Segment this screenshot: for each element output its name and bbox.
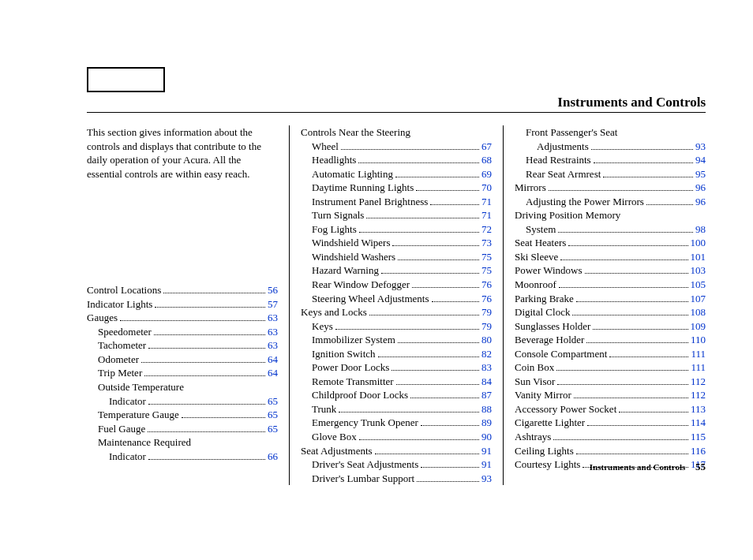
toc-entry[interactable]: Automatic Lighting69 — [301, 167, 492, 181]
toc-entry-page[interactable]: 57 — [268, 297, 278, 312]
toc-entry-page[interactable]: 65 — [268, 394, 278, 409]
toc-entry-page[interactable]: 65 — [268, 422, 278, 436]
toc-entry-page[interactable]: 79 — [481, 319, 492, 334]
toc-entry[interactable]: Steering Wheel Adjustments76 — [301, 292, 492, 306]
toc-entry[interactable]: Moonroof105 — [515, 278, 706, 292]
toc-entry-page[interactable]: 76 — [481, 278, 492, 292]
toc-entry[interactable]: Indicator65 — [87, 394, 278, 409]
toc-entry[interactable]: Remote Transmitter84 — [301, 375, 492, 389]
toc-entry[interactable]: Speedometer63 — [87, 325, 278, 339]
toc-entry-page[interactable]: 79 — [481, 305, 492, 319]
toc-entry-page[interactable]: 103 — [691, 263, 706, 278]
toc-entry[interactable]: Keys79 — [301, 319, 492, 334]
toc-entry-page[interactable]: 90 — [481, 430, 492, 444]
toc-entry[interactable]: Windshield Wipers73 — [301, 236, 492, 250]
toc-entry[interactable]: Wheel67 — [301, 140, 492, 154]
toc-entry-page[interactable]: 68 — [481, 153, 492, 167]
toc-entry[interactable]: Glove Box90 — [301, 430, 492, 444]
toc-entry[interactable]: Driver's Lumbar Support93 — [301, 472, 492, 486]
toc-entry[interactable]: Gauges63 — [87, 311, 278, 325]
toc-entry-page[interactable]: 88 — [481, 402, 492, 416]
toc-entry[interactable]: Ashtrays115 — [515, 430, 706, 444]
toc-entry[interactable]: Trunk88 — [301, 402, 492, 416]
toc-entry-page[interactable]: 91 — [481, 457, 492, 472]
toc-entry-page[interactable]: 94 — [695, 153, 706, 167]
toc-entry-page[interactable]: 111 — [691, 360, 706, 375]
toc-entry-page[interactable]: 71 — [481, 195, 492, 209]
toc-entry-page[interactable]: 95 — [695, 167, 706, 181]
toc-entry[interactable]: Driver's Seat Adjustments91 — [301, 457, 492, 472]
toc-entry-page[interactable]: 96 — [695, 181, 706, 195]
toc-entry[interactable]: Fog Lights72 — [301, 222, 492, 237]
toc-entry-page[interactable]: 56 — [268, 283, 278, 297]
toc-entry-page[interactable]: 96 — [695, 195, 706, 209]
toc-entry-page[interactable]: 75 — [481, 263, 492, 278]
toc-entry-page[interactable]: 66 — [268, 450, 278, 464]
toc-entry-page[interactable]: 114 — [691, 416, 706, 430]
toc-entry-page[interactable]: 93 — [481, 472, 492, 486]
toc-entry-page[interactable]: 116 — [691, 444, 706, 458]
toc-entry-page[interactable]: 71 — [481, 208, 492, 222]
toc-entry-page[interactable]: 70 — [481, 181, 492, 195]
toc-entry-page[interactable]: 65 — [268, 408, 278, 422]
toc-entry[interactable]: Beverage Holder110 — [515, 333, 706, 347]
toc-entry[interactable]: Instrument Panel Brightness71 — [301, 195, 492, 209]
toc-entry[interactable]: Indicator66 — [87, 450, 278, 464]
toc-entry[interactable]: Headlights68 — [301, 153, 492, 167]
toc-entry-page[interactable]: 73 — [481, 236, 492, 250]
toc-entry-page[interactable]: 75 — [481, 250, 492, 264]
toc-entry[interactable]: Adjusting the Power Mirrors96 — [515, 195, 706, 209]
toc-entry[interactable]: Childproof Door Locks87 — [301, 388, 492, 402]
toc-entry[interactable]: System98 — [515, 222, 706, 237]
toc-entry[interactable]: Immobilizer System80 — [301, 333, 492, 347]
toc-entry-page[interactable]: 63 — [268, 311, 278, 325]
toc-entry[interactable]: Accessory Power Socket113 — [515, 402, 706, 416]
toc-entry[interactable]: Control Locations56 — [87, 283, 278, 297]
toc-entry[interactable]: Emergency Trunk Opener89 — [301, 416, 492, 430]
toc-entry-page[interactable]: 109 — [691, 319, 706, 334]
toc-entry[interactable]: Cigarette Lighter114 — [515, 416, 706, 430]
toc-entry-page[interactable]: 91 — [481, 444, 492, 458]
toc-entry[interactable]: Tachometer63 — [87, 338, 278, 353]
toc-entry[interactable]: Digital Clock108 — [515, 305, 706, 319]
toc-entry[interactable]: Ignition Switch82 — [301, 347, 492, 361]
toc-entry-page[interactable]: 76 — [481, 292, 492, 306]
toc-entry-page[interactable]: 110 — [691, 333, 706, 347]
toc-entry-page[interactable]: 111 — [691, 347, 706, 361]
toc-entry-page[interactable]: 107 — [691, 292, 706, 306]
toc-entry[interactable]: Seat Heaters100 — [515, 236, 706, 250]
toc-entry[interactable]: Trip Meter64 — [87, 366, 278, 380]
toc-entry[interactable]: Ski Sleeve101 — [515, 250, 706, 264]
toc-entry[interactable]: Rear Seat Armrest95 — [515, 167, 706, 181]
toc-entry-page[interactable]: 115 — [691, 430, 706, 444]
toc-entry-page[interactable]: 98 — [695, 222, 706, 237]
toc-entry[interactable]: Mirrors96 — [515, 181, 706, 195]
toc-entry-page[interactable]: 101 — [691, 250, 706, 264]
toc-entry-page[interactable]: 69 — [481, 167, 492, 181]
toc-entry-page[interactable]: 100 — [691, 236, 706, 250]
toc-entry-page[interactable]: 72 — [481, 222, 492, 237]
toc-entry[interactable]: Temperature Gauge65 — [87, 408, 278, 422]
toc-entry[interactable]: Power Windows103 — [515, 263, 706, 278]
toc-entry-page[interactable]: 113 — [691, 402, 706, 416]
toc-entry[interactable]: Sunglasses Holder109 — [515, 319, 706, 334]
toc-entry-page[interactable]: 84 — [481, 375, 492, 389]
toc-entry-page[interactable]: 93 — [695, 140, 706, 154]
toc-entry[interactable]: Adjustments93 — [515, 140, 706, 154]
toc-entry-page[interactable]: 87 — [481, 388, 492, 402]
toc-entry-page[interactable]: 64 — [268, 353, 278, 367]
toc-entry[interactable]: Sun Visor112 — [515, 375, 706, 389]
toc-entry[interactable]: Keys and Locks79 — [301, 305, 492, 319]
toc-entry[interactable]: Fuel Gauge65 — [87, 422, 278, 436]
toc-entry-page[interactable]: 112 — [691, 388, 706, 402]
toc-entry[interactable]: Console Compartment111 — [515, 347, 706, 361]
toc-entry[interactable]: Windshield Washers75 — [301, 250, 492, 264]
toc-entry[interactable]: Turn Signals71 — [301, 208, 492, 222]
toc-entry-page[interactable]: 108 — [691, 305, 706, 319]
toc-entry-page[interactable]: 89 — [481, 416, 492, 430]
toc-entry[interactable]: Seat Adjustments91 — [301, 444, 492, 458]
toc-entry-page[interactable]: 82 — [481, 347, 492, 361]
toc-entry[interactable]: Head Restraints94 — [515, 153, 706, 167]
toc-entry[interactable]: Rear Window Defogger76 — [301, 278, 492, 292]
toc-entry[interactable]: Odometer64 — [87, 353, 278, 367]
